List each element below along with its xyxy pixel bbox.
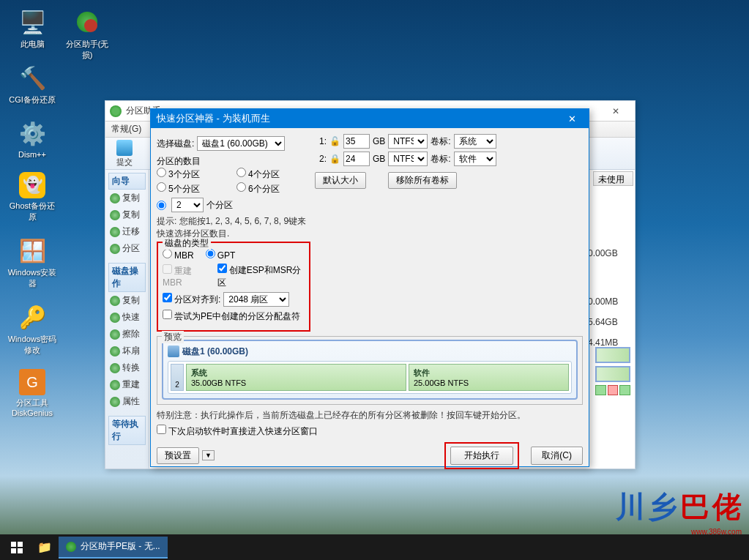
lock-icon[interactable]: 🔒 — [329, 154, 340, 164]
default-size-button[interactable]: 默认大小 — [315, 172, 366, 189]
sidebar-item[interactable]: 属性 — [108, 393, 146, 410]
menu-general[interactable]: 常规(G) — [111, 123, 141, 135]
bullet-icon — [110, 329, 120, 340]
preset-button[interactable]: 预设置 — [157, 447, 199, 464]
desktop-icon-this-pc[interactable]: 🖥️ 此电脑 — [7, 7, 57, 50]
disk-type-group: 磁盘的类型 MBR GPT 重建MBR 创建ESP和MSR分区 分区对齐到: 2… — [157, 242, 310, 332]
bullet-icon — [110, 210, 120, 220]
svg-rect-1 — [18, 542, 23, 547]
cd-icon — [72, 7, 102, 37]
checkbox-skip-dialog[interactable]: 下次启动软件时直接进入快速分区窗口 — [157, 426, 318, 436]
desktop-icon-diskgenius[interactable]: G 分区工具DiskGenius — [7, 369, 57, 417]
radio-6-partitions[interactable]: 6个分区 — [236, 182, 310, 195]
sidebar-item[interactable]: 重建 — [108, 376, 146, 393]
bullet-icon — [110, 244, 120, 254]
desktop-icon-ghost[interactable]: 👻 Ghost备份还原 — [7, 172, 57, 223]
preview-partition-2: 软件 25.00GB NTFS — [409, 364, 569, 391]
monitor-icon: 🖥️ — [18, 7, 47, 37]
preview-disk-title: 磁盘1 (60.00GB) — [168, 346, 572, 358]
radio-4-partitions[interactable]: 4个分区 — [236, 168, 310, 181]
hammer-icon: 🔨 — [18, 63, 47, 92]
sidebar-item[interactable]: 分区 — [108, 240, 146, 257]
start-button[interactable] — [3, 537, 31, 559]
sidebar-item[interactable]: 坏扇 — [108, 343, 146, 359]
filesystem-dropdown[interactable]: NTFS — [388, 152, 428, 166]
checkbox-align[interactable]: 分区对齐到: — [163, 293, 220, 306]
quick-partition-dialog: 快速分区神器 - 为装机而生 ✕ 选择磁盘: 磁盘1 (60.00GB) 分区的… — [150, 108, 589, 467]
volume-label-dropdown[interactable]: 系统 — [454, 134, 496, 149]
volume-label-dropdown[interactable]: 软件 — [454, 152, 496, 166]
svg-rect-3 — [18, 548, 23, 553]
taskbar-app-button[interactable]: 分区助手PE版 - 无... — [59, 537, 168, 559]
lock-icon[interactable]: 🔓 — [329, 136, 340, 146]
preview-partition-1: 系统 35.00GB NTFS — [186, 364, 406, 391]
disk-icon — [168, 346, 179, 357]
filesystem-dropdown[interactable]: NTFS — [388, 134, 428, 149]
disk-info: 0.00GB 0.00MB 5.64GB 4.41MB — [588, 243, 632, 353]
ghost-icon: 👻 — [19, 172, 45, 198]
mini-preview — [595, 347, 630, 395]
toolbar-submit[interactable]: 提交 — [110, 140, 139, 168]
preset-dropdown-toggle[interactable]: ▼ — [202, 450, 215, 460]
partition-count-label: 分区的数目 — [157, 155, 310, 168]
bullet-icon — [110, 313, 120, 323]
desktop-icon-dism[interactable]: ⚙️ Dism++ — [7, 119, 57, 159]
partition-count-hint: 提示: 您能按1, 2, 3, 4, 5, 6, 7, 8, 9键来快速选择分区… — [157, 215, 310, 240]
radio-gpt[interactable]: GPT — [206, 249, 236, 261]
radio-5-partitions[interactable]: 5个分区 — [157, 182, 231, 195]
close-button[interactable]: ✕ — [601, 103, 630, 119]
app-icon — [66, 542, 76, 552]
checkbox-assign-letter[interactable]: 尝试为PE中创建的分区分配盘符 — [163, 310, 300, 323]
sidebar-item[interactable]: 快速 — [108, 309, 146, 326]
custom-partition-count[interactable]: 2 — [171, 198, 204, 212]
desktop-icon-partition-assistant[interactable]: 分区助手(无损) — [62, 7, 112, 61]
partition-size-input[interactable] — [343, 134, 370, 149]
sidebar-item[interactable]: 复制 — [108, 190, 146, 206]
bullet-icon — [110, 346, 120, 356]
svg-rect-0 — [11, 542, 16, 547]
close-icon[interactable]: ✕ — [561, 111, 583, 127]
remove-labels-button[interactable]: 移除所有卷标 — [388, 172, 457, 189]
desktop-icon-windows-installer[interactable]: 🪟 Windows安装器 — [7, 236, 57, 289]
execute-button[interactable]: 开始执行 — [450, 447, 513, 465]
sidebar-item[interactable]: 转换 — [108, 359, 146, 376]
align-value-dropdown[interactable]: 2048 扇区 — [223, 292, 289, 307]
key-icon: 🔑 — [18, 302, 47, 332]
partition-row-2: 2: 🔒 GB NTFS 卷标: 软件 — [315, 152, 583, 166]
gear-icon: ⚙️ — [18, 119, 47, 148]
windows-icon: 🪟 — [18, 236, 47, 265]
disk-icon: G — [19, 369, 45, 395]
watermark: 川 乡 巴 佬 www.386w.com — [616, 487, 742, 527]
select-disk-label: 选择磁盘: — [157, 138, 194, 150]
radio-3-partitions[interactable]: 3个分区 — [157, 168, 231, 181]
bullet-icon — [110, 193, 120, 204]
partition-row-1: 1: 🔓 GB NTFS 卷标: 系统 — [315, 134, 583, 149]
warning-text: 特别注意：执行此操作后，当前所选磁盘上已经存在的所有分区将被删除！按回车键开始分… — [157, 409, 583, 422]
sidebar-item[interactable]: 擦除 — [108, 326, 146, 343]
execute-highlight: 开始执行 — [444, 442, 519, 469]
bullet-icon — [110, 227, 120, 237]
taskbar: 📁 分区助手PE版 - 无... — [0, 534, 749, 560]
sidebar-disk-title: 磁盘操作 — [108, 263, 146, 292]
preview-group: 预览 磁盘1 (60.00GB) 2 系统 35.00GB NTFS 软件 25… — [157, 336, 583, 405]
bullet-icon — [110, 296, 120, 306]
bullet-icon — [110, 380, 120, 390]
bullet-icon — [110, 397, 120, 407]
radio-custom-partitions[interactable] — [157, 201, 166, 210]
partition-size-input[interactable] — [343, 152, 370, 166]
cancel-button[interactable]: 取消(C) — [531, 447, 583, 465]
desktop-icon-windows-password[interactable]: 🔑 Windows密码修改 — [7, 302, 57, 356]
dialog-titlebar[interactable]: 快速分区神器 - 为装机而生 ✕ — [151, 109, 589, 128]
preview-extra-slot: 2 — [171, 364, 184, 391]
desktop-icon-cgi-backup[interactable]: 🔨 CGI备份还原 — [7, 63, 57, 105]
sidebar-item[interactable]: 复制 — [108, 292, 146, 309]
sidebar-item[interactable]: 迁移 — [108, 223, 146, 240]
radio-mbr[interactable]: MBR — [163, 249, 194, 261]
taskbar-explorer-icon[interactable]: 📁 — [31, 537, 59, 559]
select-disk-dropdown[interactable]: 磁盘1 (60.00GB) — [197, 136, 285, 151]
sidebar-item[interactable]: 复制 — [108, 206, 146, 223]
checkbox-create-esp-msr[interactable]: 创建ESP和MSR分区 — [217, 264, 305, 289]
column-unused[interactable]: 未使用 — [593, 171, 633, 186]
svg-rect-2 — [11, 548, 16, 553]
parent-sidebar: 向导 复制 复制 迁移 分区 磁盘操作 复制 快速 擦除 坏扇 转换 重建 属性… — [105, 170, 149, 468]
